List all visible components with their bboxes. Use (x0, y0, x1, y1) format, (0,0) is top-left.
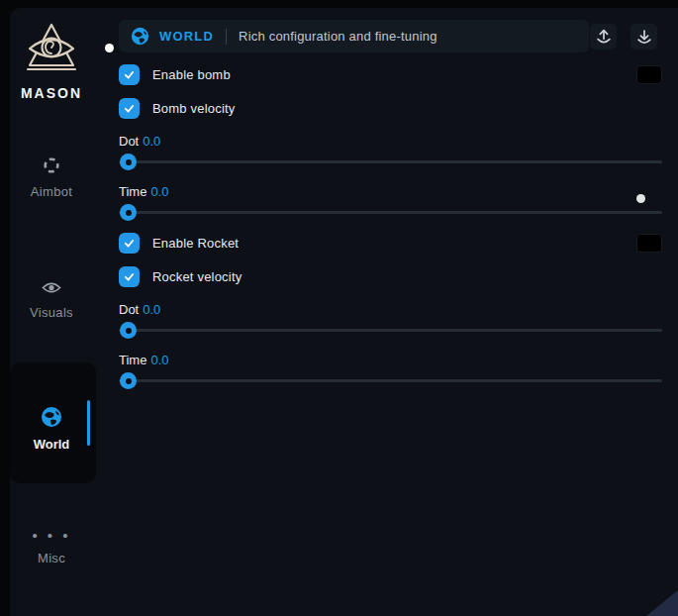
cursor-dot (636, 194, 645, 203)
setting-row: Rocket velocity (119, 266, 662, 287)
upload-icon (595, 28, 613, 46)
bomb-velocity-checkbox[interactable] (119, 98, 140, 119)
brand-name: MASON (10, 85, 93, 101)
section-header-tab: WORLD (131, 27, 214, 46)
slider-value: 0.0 (150, 184, 168, 199)
slider-thumb[interactable] (120, 322, 137, 339)
sidebar-item-label: Visuals (10, 305, 93, 320)
sidebar-item-label: Aimbot (10, 184, 93, 199)
toggle-label: Bomb velocity (152, 101, 236, 116)
sidebar-item-visuals[interactable]: Visuals (10, 280, 93, 320)
sidebar-item-label: World (10, 437, 93, 452)
check-icon (123, 270, 136, 283)
slider-thumb[interactable] (120, 372, 137, 389)
sidebar-item-label: Misc (10, 551, 93, 565)
ellipsis-icon: • • • (32, 527, 70, 544)
bomb-time-slider[interactable] (119, 204, 662, 221)
active-item-indicator (87, 400, 90, 446)
slider-track (119, 211, 662, 214)
header-divider (226, 29, 227, 45)
sidebar-item-world[interactable]: World (10, 406, 93, 452)
slider-value: 0.0 (150, 353, 168, 367)
slider-label: Dot0.0 (119, 302, 662, 317)
slider-track (119, 329, 662, 332)
slider-thumb[interactable] (120, 154, 137, 170)
section-subtitle: Rich configuration and fine-tuning (239, 29, 436, 44)
sidebar-active-item-background: World (10, 362, 96, 483)
eye-icon (42, 280, 61, 295)
toggle-label: Enable bomb (152, 67, 231, 82)
world-settings-panel: Enable bomb Bomb velocity Dot0.0 Time0.0 (119, 51, 662, 389)
enable-bomb-checkbox[interactable] (119, 64, 140, 85)
download-config-button[interactable] (630, 24, 657, 50)
slider-name: Dot (119, 134, 139, 149)
upload-config-button[interactable] (590, 24, 617, 50)
bomb-color-swatch[interactable] (636, 65, 662, 84)
rocket-color-swatch[interactable] (636, 234, 662, 253)
cursor-dot (105, 44, 114, 52)
slider-value: 0.0 (143, 302, 160, 317)
slider-thumb[interactable] (120, 204, 137, 221)
download-icon (635, 28, 653, 46)
globe-icon (41, 406, 62, 428)
toggle-label: Enable Rocket (152, 236, 239, 251)
sidebar: MASON Aimbot Visuals (10, 8, 109, 616)
rocket-velocity-checkbox[interactable] (119, 266, 140, 287)
toggle-label: Rocket velocity (152, 269, 242, 284)
slider-label: Dot0.0 (119, 134, 662, 149)
slider-track (119, 379, 662, 382)
slider-label: Time0.0 (119, 184, 662, 199)
slider-name: Time (119, 353, 146, 367)
sidebar-item-aimbot[interactable]: Aimbot (10, 156, 93, 199)
slider-track (119, 160, 662, 163)
section-header: WORLD Rich configuration and fine-tuning (119, 20, 589, 52)
setting-row: Enable Rocket (119, 233, 662, 254)
enable-rocket-checkbox[interactable] (119, 233, 140, 254)
check-icon (123, 68, 136, 81)
slider-name: Dot (119, 302, 139, 317)
mason-menu-window: MASON Aimbot Visuals (10, 8, 678, 616)
sidebar-item-misc[interactable]: • • • Misc (10, 527, 93, 565)
brand: MASON (10, 22, 93, 101)
rocket-dot-slider[interactable] (119, 322, 662, 339)
slider-label: Time0.0 (119, 353, 662, 367)
bomb-dot-slider[interactable] (119, 154, 662, 170)
check-icon (123, 102, 136, 115)
slider-value: 0.0 (143, 134, 160, 149)
check-icon (123, 237, 136, 250)
section-title: WORLD (159, 29, 214, 44)
rocket-time-slider[interactable] (119, 372, 662, 389)
slider-name: Time (119, 184, 146, 199)
background-scene-fragment (646, 590, 678, 616)
setting-row: Enable bomb (119, 64, 662, 85)
setting-row: Bomb velocity (119, 98, 662, 119)
crosshair-icon (43, 156, 60, 174)
mason-eye-logo-icon (23, 22, 80, 77)
globe-icon (131, 27, 149, 46)
